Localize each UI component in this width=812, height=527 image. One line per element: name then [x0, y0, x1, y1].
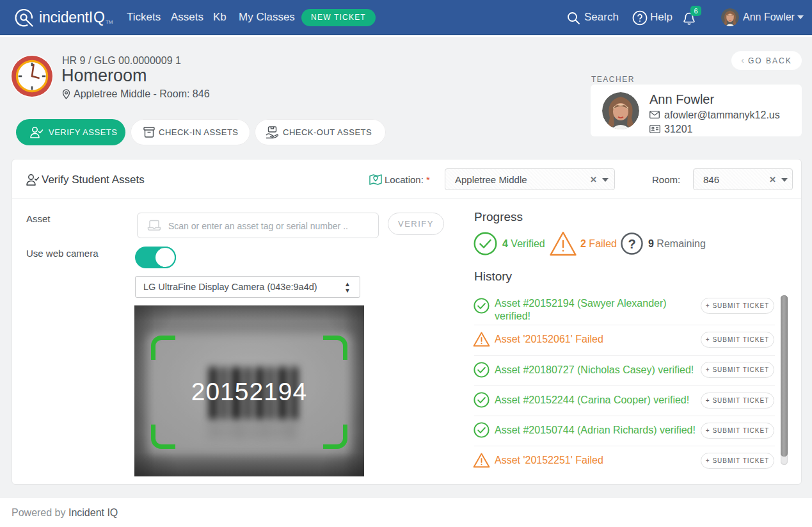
svg-text:?: ?	[628, 237, 635, 251]
